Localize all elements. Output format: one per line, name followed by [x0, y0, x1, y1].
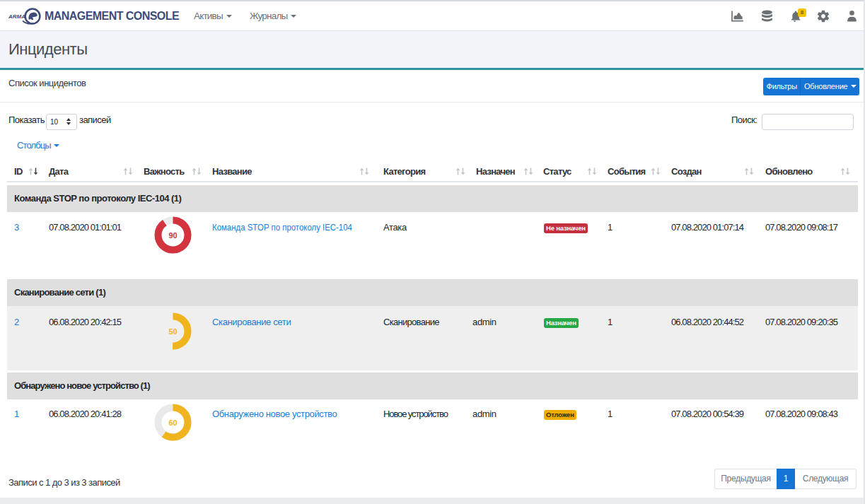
svg-text:60: 60	[168, 418, 177, 427]
svg-text:ARMA: ARMA	[8, 13, 25, 20]
svg-text:50: 50	[168, 327, 177, 336]
svg-text:90: 90	[168, 231, 177, 240]
